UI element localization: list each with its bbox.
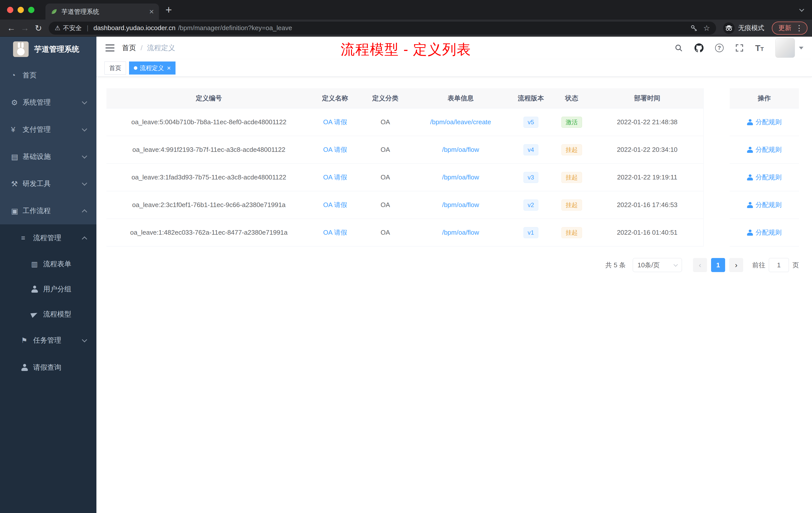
person-icon <box>21 364 33 371</box>
status-badge: 挂起 <box>561 227 582 238</box>
tag-process-definition[interactable]: 流程定义 × <box>129 61 175 74</box>
sidebar-item-infrastructure[interactable]: ▤ 基础设施 <box>0 143 96 170</box>
definition-category: OA <box>381 229 390 236</box>
avatar <box>775 38 795 58</box>
definition-name-link[interactable]: OA 请假 <box>323 118 347 126</box>
table-row-actions: 分配规则 <box>730 109 799 136</box>
prev-page-button[interactable]: ‹ <box>693 258 707 272</box>
minimize-window-button[interactable] <box>18 7 24 13</box>
breadcrumb-home[interactable]: 首页 <box>122 43 136 53</box>
sidebar-item-process-management[interactable]: ≡ 流程管理 <box>0 224 96 251</box>
tag-close-icon[interactable]: × <box>167 65 171 71</box>
definition-id: oa_leave:3:1fad3d93-7b75-11ec-a3c8-acde4… <box>132 174 286 181</box>
sidebar-item-process-form[interactable]: ▥ 流程表单 <box>0 251 96 277</box>
definition-category: OA <box>381 146 390 154</box>
page-content: 定义编号 定义名称 定义分类 表单信息 流程版本 状态 部署时间 oa_leav… <box>96 77 812 513</box>
tab-close-icon[interactable]: × <box>149 7 154 16</box>
yen-icon: ¥ <box>11 125 23 134</box>
list-icon: ≡ <box>21 234 33 242</box>
annotation-title: 流程模型 - 定义列表 <box>341 40 471 59</box>
send-icon <box>31 312 43 317</box>
reload-button[interactable]: ↻ <box>32 23 45 33</box>
fullscreen-icon[interactable] <box>735 44 744 52</box>
sidebar-item-home[interactable]: ◔ 首页 <box>0 62 96 89</box>
tab-search-chevron-icon[interactable] <box>800 7 804 12</box>
col-header-definition-name: 定义名称 <box>311 88 359 108</box>
app-logo[interactable]: 芋道管理系统 <box>0 37 96 62</box>
assign-rule-link[interactable]: 分配规则 <box>747 228 782 237</box>
form-info-link[interactable]: /bpm/oa/flow <box>442 201 479 209</box>
browser-menu-icon[interactable]: ⋮ <box>795 24 803 32</box>
form-info-link[interactable]: /bpm/oa/flow <box>442 146 479 154</box>
table-row-actions: 分配规则 <box>730 219 799 246</box>
url-domain: dashboard.yudao.iocoder.cn <box>93 24 175 32</box>
sidebar-item-dev-tools[interactable]: ⚒ 研发工具 <box>0 170 96 197</box>
chevron-icon <box>82 126 87 131</box>
sidebar-menu-sub: ≡ 流程管理 ▥ 流程表单 用户分组 流程模型 ⚑ 任务管理 请假查询 <box>0 224 96 381</box>
col-header-form-info: 表单信息 <box>411 88 510 108</box>
form-info-link[interactable]: /bpm/oa/flow <box>442 174 479 181</box>
sidebar-item-leave-query[interactable]: 请假查询 <box>0 354 96 381</box>
sidebar-item-task-management[interactable]: ⚑ 任务管理 <box>0 327 96 354</box>
deploy-time: 2022-01-16 01:40:51 <box>617 229 677 236</box>
form-info-link[interactable]: /bpm/oa/leave/create <box>430 118 491 126</box>
next-page-button[interactable]: › <box>729 258 743 272</box>
table-row-actions: 分配规则 <box>730 163 799 191</box>
address-bar[interactable]: ⚠ 不安全 | dashboard.yudao.iocoder.cn /bpm/… <box>49 22 716 35</box>
goto-unit-label: 页 <box>792 261 799 270</box>
assign-rule-link[interactable]: 分配规则 <box>747 118 782 126</box>
definition-id: oa_leave:1:482ec033-762a-11ec-8477-a2380… <box>130 229 288 236</box>
back-button[interactable]: ← <box>4 23 18 33</box>
browser-tab[interactable]: 芋道管理系统 × <box>46 3 159 20</box>
tag-home[interactable]: 首页 <box>105 61 126 74</box>
logo-image <box>13 41 29 57</box>
status-badge: 激活 <box>561 117 582 128</box>
workflow-icon: ▣ <box>11 207 23 215</box>
definition-name-link[interactable]: OA 请假 <box>323 145 347 154</box>
close-window-button[interactable] <box>7 7 13 13</box>
browser-update-button[interactable]: 更新 ⋮ <box>772 22 808 35</box>
goto-page-input[interactable] <box>769 258 789 272</box>
deploy-time: 2022-01-22 19:19:11 <box>617 174 677 181</box>
definition-name-link[interactable]: OA 请假 <box>323 201 347 209</box>
version-badge: v3 <box>523 172 538 183</box>
definition-name-link[interactable]: OA 请假 <box>323 173 347 182</box>
assign-rule-link[interactable]: 分配规则 <box>747 201 782 209</box>
forward-button[interactable]: → <box>18 23 32 33</box>
search-icon[interactable] <box>674 44 683 52</box>
assign-rule-link[interactable]: 分配规则 <box>747 173 782 182</box>
bookmark-star-icon[interactable]: ☆ <box>703 24 710 32</box>
table-row-actions: 分配规则 <box>730 136 799 163</box>
sidebar: 芋道管理系统 ◔ 首页 ⚙ 系统管理 ¥ 支付管理 ▤ 基础设施 ⚒ 研发工具 … <box>0 37 96 513</box>
version-badge: v2 <box>523 200 538 211</box>
leaf-favicon-icon <box>51 8 58 15</box>
zoom-window-button[interactable] <box>28 7 34 13</box>
status-badge: 挂起 <box>561 144 582 155</box>
assign-rule-link[interactable]: 分配规则 <box>747 145 782 154</box>
tags-bar: 首页 流程定义 × <box>96 59 812 77</box>
sidebar-toggle-icon[interactable] <box>96 44 122 52</box>
password-key-icon[interactable] <box>690 24 698 32</box>
sidebar-item-system-management[interactable]: ⚙ 系统管理 <box>0 89 96 116</box>
incognito-icon <box>723 22 735 34</box>
sidebar-item-workflow[interactable]: ▣ 工作流程 <box>0 197 96 224</box>
form-icon: ▥ <box>31 260 43 268</box>
sidebar-item-process-model[interactable]: 流程模型 <box>0 302 96 327</box>
font-size-icon[interactable]: TT <box>755 43 764 53</box>
sidebar-item-user-group[interactable]: 用户分组 <box>0 277 96 302</box>
definition-table: 定义编号 定义名称 定义分类 表单信息 流程版本 状态 部署时间 oa_leav… <box>107 88 799 246</box>
new-tab-button[interactable]: + <box>166 4 172 15</box>
sidebar-item-payment-management[interactable]: ¥ 支付管理 <box>0 116 96 143</box>
form-info-link[interactable]: /bpm/oa/flow <box>442 229 479 236</box>
gear-icon: ⚙ <box>11 98 23 107</box>
definition-id: oa_leave:5:004b710b-7b8a-11ec-8ef0-acde4… <box>131 118 287 126</box>
github-icon[interactable] <box>695 43 703 53</box>
security-warning[interactable]: ⚠ 不安全 <box>55 24 82 32</box>
help-icon[interactable]: ? <box>715 44 724 52</box>
page-size-select[interactable]: 10条/页 <box>633 258 682 272</box>
browser-tab-strip: 芋道管理系统 × + <box>0 0 812 20</box>
current-page-button[interactable]: 1 <box>711 258 725 272</box>
user-menu[interactable] <box>775 38 804 58</box>
definition-id: oa_leave:2:3c1f0ef1-76b1-11ec-9c66-a2380… <box>132 201 286 209</box>
definition-name-link[interactable]: OA 请假 <box>323 228 347 237</box>
